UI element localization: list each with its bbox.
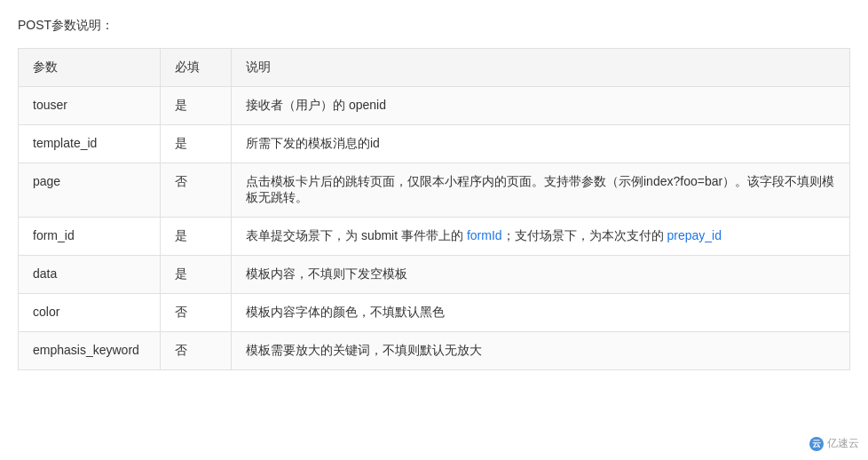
cell-description: 模板需要放大的关键词，不填则默认无放大 xyxy=(232,332,850,370)
table-row: form_id是表单提交场景下，为 submit 事件带上的 formId；支付… xyxy=(19,218,850,256)
cell-description: 模板内容字体的颜色，不填默认黑色 xyxy=(232,294,850,332)
table-row: color否模板内容字体的颜色，不填默认黑色 xyxy=(19,294,850,332)
cell-param: page xyxy=(19,163,161,218)
cell-description: 所需下发的模板消息的id xyxy=(232,125,850,163)
table-header-row: 参数 必填 说明 xyxy=(19,49,850,87)
prepay-id-link[interactable]: prepay_id xyxy=(667,228,722,242)
header-description: 说明 xyxy=(232,49,850,87)
page-title: POST参数说明： xyxy=(18,18,850,34)
cell-required: 是 xyxy=(161,125,232,163)
cell-required: 否 xyxy=(161,163,232,218)
cell-description: 点击模板卡片后的跳转页面，仅限本小程序内的页面。支持带参数（示例index?fo… xyxy=(232,163,850,218)
cell-description: 表单提交场景下，为 submit 事件带上的 formId；支付场景下，为本次支… xyxy=(232,218,850,256)
header-param: 参数 xyxy=(19,49,161,87)
cell-param: form_id xyxy=(19,218,161,256)
cell-description: 模板内容，不填则下发空模板 xyxy=(232,256,850,294)
cell-param: emphasis_keyword xyxy=(19,332,161,370)
cell-required: 是 xyxy=(161,256,232,294)
table-row: emphasis_keyword否模板需要放大的关键词，不填则默认无放大 xyxy=(19,332,850,370)
cell-required: 否 xyxy=(161,294,232,332)
cell-param: data xyxy=(19,256,161,294)
table-row: template_id是所需下发的模板消息的id xyxy=(19,125,850,163)
cell-required: 是 xyxy=(161,218,232,256)
desc-text-before: 表单提交场景下，为 submit 事件带上的 xyxy=(246,228,467,242)
desc-text-middle: ；支付场景下，为本次支付的 xyxy=(502,228,667,242)
cell-required: 否 xyxy=(161,332,232,370)
cell-description: 接收者（用户）的 openid xyxy=(232,87,850,125)
table-row: page否点击模板卡片后的跳转页面，仅限本小程序内的页面。支持带参数（示例ind… xyxy=(19,163,850,218)
form-id-link[interactable]: formId xyxy=(467,228,502,242)
params-table: 参数 必填 说明 touser是接收者（用户）的 openidtemplate_… xyxy=(18,48,850,370)
table-row: data是模板内容，不填则下发空模板 xyxy=(19,256,850,294)
cell-param: color xyxy=(19,294,161,332)
header-required: 必填 xyxy=(161,49,232,87)
table-row: touser是接收者（用户）的 openid xyxy=(19,87,850,125)
cell-param: template_id xyxy=(19,125,161,163)
cell-param: touser xyxy=(19,87,161,125)
cell-required: 是 xyxy=(161,87,232,125)
